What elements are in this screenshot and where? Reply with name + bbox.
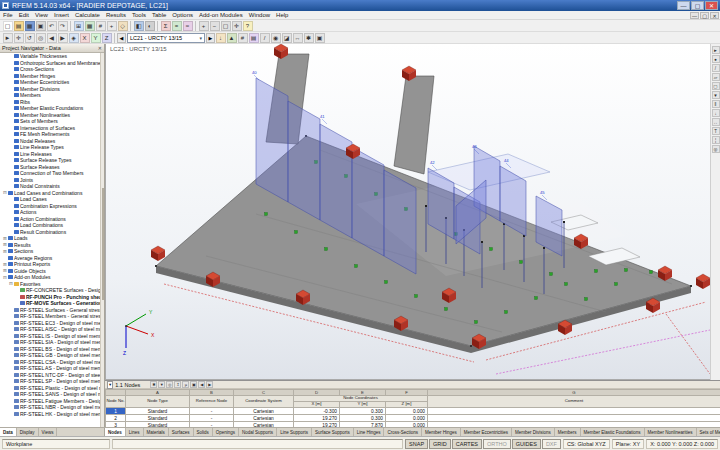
row-number-cell[interactable]: 2	[106, 415, 126, 422]
move-icon[interactable]: ✛	[14, 33, 24, 43]
view-z-icon[interactable]: Z	[102, 33, 112, 43]
guide-line-icon[interactable]: ¦	[712, 136, 720, 144]
measure-icon[interactable]: ↔	[293, 33, 303, 43]
undo-icon[interactable]: ↶	[47, 21, 57, 31]
table-prev-icon[interactable]: ◀	[198, 381, 205, 388]
table-tab[interactable]: Nodes	[105, 428, 126, 436]
load-cases-icon[interactable]: Σ	[161, 21, 171, 31]
surface-tool-icon[interactable]: ▱	[712, 73, 720, 81]
table-row[interactable]: 2 Standard - Cartesian 19.270 0.300 0.00…	[106, 415, 720, 422]
grid-icon[interactable]: #	[96, 21, 106, 31]
x-coordinate-cell[interactable]: 19.270	[294, 415, 340, 422]
table-print-icon[interactable]: ▣	[190, 381, 197, 388]
row-number-cell[interactable]: 1	[106, 408, 126, 415]
line-tool-icon[interactable]: /	[712, 64, 720, 72]
table-units-icon[interactable]: µ	[182, 381, 189, 388]
z-coordinate-cell[interactable]: 0.000	[386, 408, 428, 415]
reference-node-cell[interactable]: -	[190, 408, 234, 415]
visibility-icon[interactable]: ◉	[271, 33, 281, 43]
save-icon[interactable]: ▦	[25, 21, 35, 31]
new-icon[interactable]: ▢	[3, 21, 13, 31]
z-coordinate-cell[interactable]: 0.000	[386, 415, 428, 422]
table-tab[interactable]: Openings	[213, 428, 239, 436]
support-tool-icon[interactable]: ▼	[712, 91, 720, 99]
reference-node-cell[interactable]: -	[190, 415, 234, 422]
status-toggle[interactable]: SNAP	[405, 439, 428, 449]
table-tab[interactable]: Cross-Sections	[384, 428, 422, 436]
rotate-view-icon[interactable]: ↺	[25, 33, 35, 43]
show-values-icon[interactable]: #	[238, 33, 248, 43]
navigator-scrollbar[interactable]	[100, 53, 104, 427]
previous-load-case-button[interactable]: ◀	[117, 33, 126, 43]
load-tool-icon[interactable]: ↓	[712, 109, 720, 117]
menu-item[interactable]: Edit	[16, 11, 32, 20]
status-toggle[interactable]: GRID	[429, 439, 451, 449]
status-toggle[interactable]: CARTES	[452, 439, 482, 449]
table-next-icon[interactable]: ▶	[206, 381, 213, 388]
menu-item[interactable]: Table	[149, 11, 169, 20]
y-coordinate-cell[interactable]: 0.300	[340, 408, 386, 415]
edit-pointer-icon[interactable]: ►	[712, 46, 720, 54]
zoom-window-icon[interactable]: ▢	[221, 21, 231, 31]
menu-item[interactable]: Options	[169, 11, 196, 20]
table-tab[interactable]: Surface Supports	[312, 428, 354, 436]
table-tab[interactable]: Sets of Members	[697, 428, 720, 436]
zoom-out-icon[interactable]: −	[210, 21, 220, 31]
table-tab[interactable]: Surfaces	[169, 428, 194, 436]
tree-item[interactable]: RF-STEEL HK - Design of steel member	[0, 411, 100, 418]
minimize-button[interactable]: —	[677, 1, 690, 10]
child-restore-button[interactable]: ▢	[700, 12, 709, 19]
text-tool-icon[interactable]: T	[712, 127, 720, 135]
scrollbar-thumb[interactable]	[102, 188, 104, 300]
table-tab[interactable]: Line Supports	[277, 428, 312, 436]
panel-icon[interactable]: ▤	[249, 33, 259, 43]
help-icon[interactable]: ?	[243, 21, 253, 31]
clipping-icon[interactable]: ◪	[282, 33, 292, 43]
node-type-cell[interactable]: Standard	[126, 415, 190, 422]
isometric-view-icon[interactable]: ◈	[69, 33, 79, 43]
opening-tool-icon[interactable]: ▢	[712, 82, 720, 90]
redo-icon[interactable]: ↷	[58, 21, 68, 31]
table-settings-icon[interactable]: ✱	[150, 381, 157, 388]
child-minimize-button[interactable]: —	[690, 12, 699, 19]
previous-view-icon[interactable]: ◀	[47, 33, 57, 43]
menu-item[interactable]: Window	[246, 11, 273, 20]
next-load-case-button[interactable]: ▶	[206, 33, 215, 43]
dimension-tool-icon[interactable]: ↔	[712, 118, 720, 126]
comment-cell[interactable]	[428, 415, 720, 422]
table-tab[interactable]: Member Nonlinearities	[645, 428, 697, 436]
view-x-icon[interactable]: X	[80, 33, 90, 43]
zoom-in-icon[interactable]: +	[199, 21, 209, 31]
table-tab[interactable]: Materials	[144, 428, 169, 436]
menu-item[interactable]: Tools	[129, 11, 149, 20]
select-icon[interactable]: ►	[3, 33, 13, 43]
status-toggle[interactable]: DXF	[542, 439, 561, 449]
menu-item[interactable]: Add-on Modules	[196, 11, 246, 20]
menu-item[interactable]: File	[0, 11, 16, 20]
table-export-icon[interactable]: ↥	[174, 381, 181, 388]
fullscreen-icon[interactable]: ▣	[315, 33, 325, 43]
snap-icon[interactable]: +	[107, 21, 117, 31]
3d-viewport[interactable]: 404142434445 X Y Z LC21 : URCTY 13/15	[105, 44, 710, 380]
member-tool-icon[interactable]: ‖	[712, 100, 720, 108]
zoom-all-icon[interactable]: ◎	[36, 33, 46, 43]
node-type-cell[interactable]: Standard	[126, 408, 190, 415]
print-icon[interactable]: ▣	[36, 21, 46, 31]
navigator-icon[interactable]: ⊞	[74, 21, 84, 31]
table-tab[interactable]: Nodal Supports	[239, 428, 277, 436]
menu-item[interactable]: View	[32, 11, 51, 20]
table-tab[interactable]: Lines	[126, 428, 144, 436]
show-supports-icon[interactable]: ▲	[227, 33, 237, 43]
table-tab[interactable]: Member Eccentricities	[461, 428, 512, 436]
table-tab[interactable]: Line Hinges	[354, 428, 385, 436]
navigator-close-icon[interactable]: ✕	[98, 45, 102, 51]
shadow-mode-icon[interactable]: ◐	[145, 21, 155, 31]
close-button[interactable]: ✕	[705, 1, 718, 10]
status-toggle[interactable]: ORTHO	[483, 439, 511, 449]
table-tab[interactable]: Members	[555, 428, 581, 436]
coordinate-system-cell[interactable]: Cartesian	[234, 415, 294, 422]
menu-item[interactable]: Insert	[51, 11, 72, 20]
section-icon[interactable]: /	[260, 33, 270, 43]
table-search-icon[interactable]: ◎	[166, 381, 173, 388]
comment-cell[interactable]	[428, 408, 720, 415]
